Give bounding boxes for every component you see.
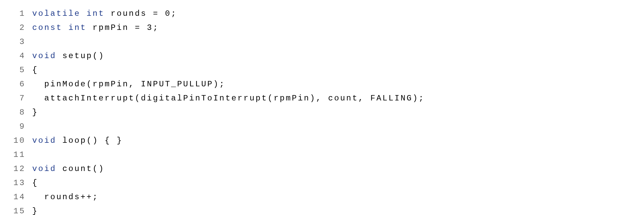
line-number: 6 [13,77,25,91]
code-token: loop() { } [56,136,123,145]
code-line: void loop() { } [32,134,631,148]
line-number: 4 [13,49,25,63]
code-token: } [32,207,38,215]
type-token: void [32,164,56,173]
code-line: volatile int rounds = 0; [32,7,631,21]
keyword-token: const [32,23,62,32]
code-token: rounds = 0; [105,9,177,18]
code-line [32,35,631,49]
line-number: 8 [13,105,25,120]
code-line: attachInterrupt(digitalPinToInterrupt(rp… [32,91,631,105]
type-token: int [68,23,87,32]
code-block: 123456789101112131415 volatile int round… [13,7,631,215]
line-number-gutter: 123456789101112131415 [13,7,32,215]
code-line [32,120,631,134]
line-number: 3 [13,35,25,49]
code-token: { [32,178,38,187]
code-line: { [32,63,631,77]
code-line: } [32,204,631,215]
code-token: } [32,108,38,117]
code-token: { [32,66,38,75]
code-token: rpmPin = 3; [87,23,159,32]
line-number: 1 [13,7,25,21]
code-line [32,148,631,162]
line-number: 13 [13,176,25,190]
line-number: 10 [13,134,25,148]
code-content: volatile int rounds = 0;const int rpmPin… [32,7,631,215]
code-line: { [32,176,631,190]
line-number: 12 [13,162,25,176]
line-number: 11 [13,148,25,162]
keyword-token: volatile [32,9,80,18]
type-token: void [32,51,56,60]
type-token: int [87,9,105,18]
code-token: attachInterrupt(digitalPinToInterrupt(rp… [32,94,425,103]
code-line: pinMode(rpmPin, INPUT_PULLUP); [32,77,631,91]
code-token: setup() [56,51,105,60]
line-number: 7 [13,91,25,105]
code-line: rounds++; [32,190,631,204]
code-line: const int rpmPin = 3; [32,21,631,35]
type-token: void [32,136,56,145]
code-token: count() [56,164,105,173]
code-token [62,23,68,32]
line-number: 15 [13,204,25,215]
code-line: void count() [32,162,631,176]
line-number: 14 [13,190,25,204]
code-line: } [32,105,631,120]
code-token: pinMode(rpmPin, INPUT_PULLUP); [32,80,225,89]
line-number: 2 [13,21,25,35]
code-token [80,9,87,18]
line-number: 5 [13,63,25,77]
code-line: void setup() [32,49,631,63]
code-token: rounds++; [32,192,99,202]
line-number: 9 [13,120,25,134]
